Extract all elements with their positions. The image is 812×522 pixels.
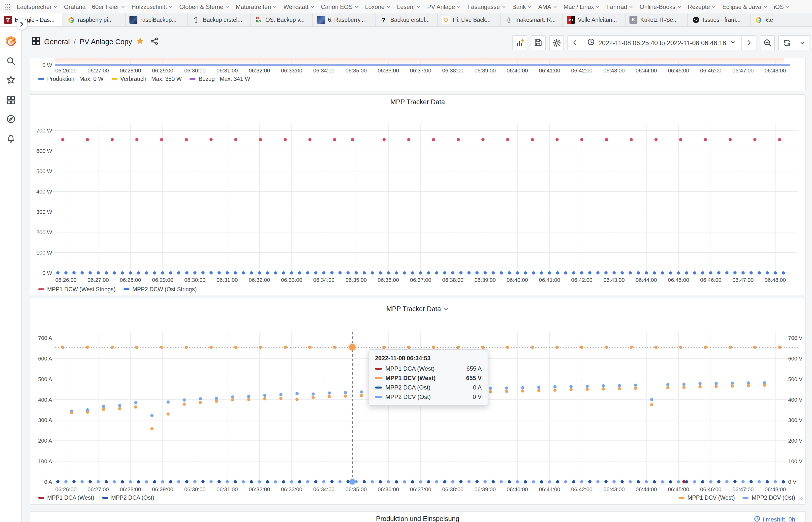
legend-item[interactable]: MPP1 DCV (West): [679, 495, 735, 501]
browser-tab[interactable]: xte: [750, 14, 812, 26]
legend-item[interactable]: BezugMax: 341 W: [190, 76, 250, 82]
svg-text:06:47:00: 06:47:00: [732, 67, 754, 74]
tooltip-timestamp: 2022-11-08 06:34:53: [375, 355, 482, 362]
mpp-w-legend: MPP1 DCW (West Strings)MPP2 DCW (Ost Str…: [38, 286, 197, 292]
browser-tab[interactable]: KKuketz IT-Se...: [625, 14, 687, 26]
refresh-button[interactable]: [778, 35, 795, 50]
browser-tab[interactable]: 6. Raspberry...: [312, 14, 375, 26]
starred-icon[interactable]: [6, 76, 15, 84]
bookmark-item[interactable]: Holzzuschnitt: [131, 3, 173, 10]
bookmark-label: Lautsprecher: [17, 3, 51, 10]
zoom-out-button[interactable]: [760, 35, 775, 50]
chevron-down-icon: [502, 5, 506, 9]
bookmark-item[interactable]: Werkstatt: [284, 3, 314, 10]
search-icon[interactable]: [6, 57, 15, 65]
share-icon[interactable]: [150, 37, 158, 46]
bookmarks-bar: LautsprecherGrafana60er FeierHolzzuschni…: [0, 0, 812, 14]
browser-tab[interactable]: Backup erstel...: [187, 14, 250, 26]
tab-label: makesmart: R...: [515, 17, 556, 23]
svg-text:0 W: 0 W: [42, 62, 52, 68]
timeshift-link[interactable]: timeshift -0h: [754, 516, 795, 522]
bookmark-item[interactable]: Loxone: [365, 3, 391, 10]
apps-grid-icon[interactable]: [4, 3, 11, 10]
bookmark-item[interactable]: Bank: [512, 3, 532, 10]
browser-tab[interactable]: makesmart: R...: [500, 14, 562, 26]
legend-item[interactable]: ProduktionMax: 0 W: [38, 76, 103, 82]
svg-text:06:42:00: 06:42:00: [571, 486, 592, 493]
svg-text:06:47:00: 06:47:00: [732, 486, 754, 493]
bookmark-item[interactable]: 60er Feier: [92, 3, 125, 10]
svg-text:06:32:00: 06:32:00: [249, 277, 270, 283]
dashboards-grid-icon[interactable]: [32, 37, 40, 47]
browser-tab[interactable]: Pi: Live Back...: [437, 14, 500, 26]
panel-title[interactable]: Produktion und Einspeisung: [30, 515, 805, 522]
svg-text:06:36:00: 06:36:00: [378, 277, 399, 283]
bookmark-item[interactable]: Rezepte: [688, 3, 716, 10]
bookmark-item[interactable]: PV Anlage: [427, 3, 461, 10]
bookmark-item[interactable]: AMA: [538, 3, 557, 10]
legend-label: Bezug: [199, 76, 215, 82]
refresh-interval-dropdown[interactable]: [795, 35, 810, 50]
explore-icon[interactable]: [6, 115, 15, 124]
svg-text:06:43:00: 06:43:00: [603, 486, 625, 493]
dashboards-icon[interactable]: [6, 96, 15, 105]
bookmark-item[interactable]: Fasangasse: [467, 3, 506, 10]
legend-item[interactable]: VerbrauchMax: 350 W: [111, 76, 182, 82]
breadcrumb-section[interactable]: General: [44, 38, 70, 46]
browser-tab[interactable]: Issues · fram...: [687, 14, 750, 26]
bookmark-item[interactable]: Canon EOS: [321, 3, 359, 10]
browser-tab[interactable]: MTVolle Anleitun...: [562, 14, 625, 26]
alerting-icon[interactable]: [6, 135, 15, 143]
bookmark-item[interactable]: iOS: [774, 3, 790, 10]
svg-text:06:32:00: 06:32:00: [249, 67, 270, 74]
browser-tab[interactable]: raspberry pi...: [62, 14, 125, 26]
add-panel-button[interactable]: [513, 35, 527, 50]
browser-tab[interactable]: Energie - Das...: [0, 14, 62, 26]
bookmark-item[interactable]: Fahrrad: [606, 3, 633, 10]
bookmark-item[interactable]: Lautsprecher: [17, 3, 58, 10]
chevron-down-icon: [54, 5, 58, 9]
svg-text:06:39:00: 06:39:00: [475, 486, 496, 493]
bookmark-item[interactable]: Mac / Linux: [563, 3, 600, 10]
grafana-logo-icon[interactable]: [5, 35, 17, 47]
bookmark-item[interactable]: Online-Books: [640, 3, 681, 10]
svg-text:600 V: 600 V: [788, 356, 803, 362]
panel-mpp-tracker-w: MPP Tracker Data 0 W100 W200 W300 W400 W…: [30, 94, 806, 295]
save-dashboard-button[interactable]: [531, 35, 546, 50]
legend-item[interactable]: MPP2 DCW (Ost Strings): [124, 286, 197, 292]
bookmark-item[interactable]: Maturatreffen: [236, 3, 277, 10]
tooltip-row: MPP1 DCV (West)655 V: [375, 375, 482, 382]
panel-resize-handle[interactable]: [798, 493, 803, 502]
time-forward-button[interactable]: [742, 35, 756, 50]
svg-text:06:32:00: 06:32:00: [249, 486, 270, 493]
bookmark-item[interactable]: Globen & Sterne: [179, 3, 229, 10]
legend-item[interactable]: MPP1 DCW (West Strings): [38, 286, 116, 292]
panel-mpp-tracker-av: MPP Tracker Data 0 A100 A200 A300 A400 A…: [30, 298, 806, 505]
bookmark-label: Rezepte: [688, 3, 710, 10]
svg-text:06:40:00: 06:40:00: [507, 67, 528, 74]
favorite-star-icon[interactable]: [136, 37, 144, 47]
bookmark-item[interactable]: Grafana: [64, 3, 86, 10]
dashboard-settings-button[interactable]: [549, 35, 564, 50]
tooltip-row: MPP2 DCA (Ost)0 A: [375, 384, 482, 391]
bookmark-item[interactable]: Eclipse & Java: [722, 3, 767, 10]
legend-item[interactable]: MPP2 DCA (Ost): [102, 495, 154, 501]
browser-tab[interactable]: raspiBackup...: [125, 14, 187, 26]
svg-text:06:44:00: 06:44:00: [636, 67, 657, 74]
browser-tab[interactable]: ?Backup erstel...: [375, 14, 437, 26]
bookmark-label: Fasangasse: [467, 3, 500, 10]
svg-text:06:29:00: 06:29:00: [152, 277, 173, 283]
time-back-button[interactable]: [568, 35, 583, 50]
legend-item[interactable]: MPP2 DCV (Ost): [743, 495, 795, 501]
mpp-w-chart[interactable]: 0 W100 W200 W300 W400 W500 W600 W700 W06…: [30, 95, 805, 295]
svg-text:400 W: 400 W: [36, 188, 52, 195]
produktion-chart[interactable]: 0 W06:26:0006:27:0006:28:0006:29:0006:30…: [30, 58, 805, 90]
bookmark-item[interactable]: Lesen!: [397, 3, 421, 10]
time-range-picker[interactable]: 2022-11-08 06:25:40 to 2022-11-08 06:48:…: [583, 35, 742, 50]
svg-text:100 W: 100 W: [36, 249, 52, 256]
svg-text:300 V: 300 V: [788, 417, 803, 423]
browser-tab[interactable]: ELKOOS: Backup v...: [250, 14, 312, 26]
chevron-down-icon: [786, 5, 790, 9]
series-color-bar: [375, 396, 382, 398]
legend-item[interactable]: MPP1 DCA (West): [38, 495, 94, 501]
